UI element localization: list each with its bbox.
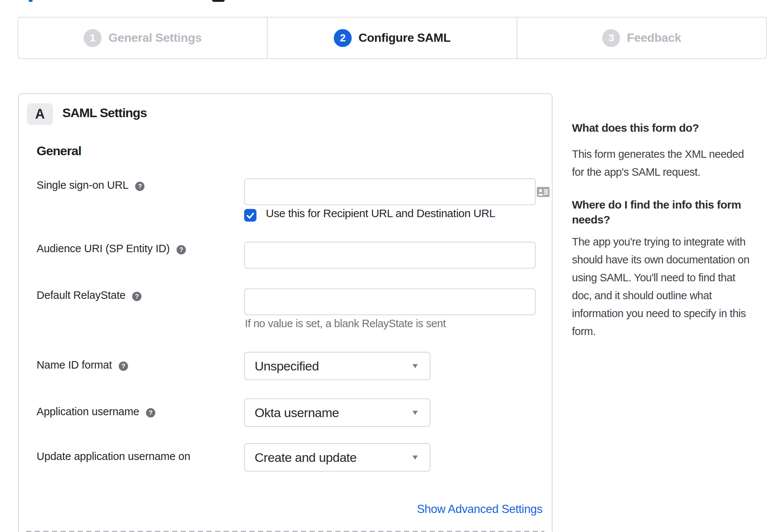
recipient-url-checkbox-label: Use this for Recipient URL and Destinati… — [266, 207, 495, 220]
dropdown-arrow-icon — [413, 456, 418, 460]
section-title: SAML Settings — [62, 106, 147, 120]
section-badge: A — [27, 103, 53, 125]
step-general-settings: 1 General Settings — [18, 18, 267, 58]
relay-state-label: Default RelayState? — [37, 289, 141, 301]
sidebar-paragraph-2: The app you're trying to integrate with … — [572, 233, 775, 340]
audience-uri-label: Audience URI (SP Entity ID)? — [37, 242, 186, 255]
application-username-select[interactable]: Okta username — [244, 398, 430, 427]
help-icon[interactable]: ? — [177, 245, 186, 254]
dropdown-arrow-icon — [413, 411, 418, 415]
recipient-url-checkbox[interactable] — [244, 209, 256, 222]
general-group-heading: General — [37, 144, 81, 158]
cutoff-dark-icon-fragment — [212, 0, 225, 2]
sso-url-input[interactable] — [244, 178, 536, 205]
help-icon[interactable]: ? — [119, 362, 128, 371]
sidebar-paragraph-1: This form generates the XML needed for t… — [572, 145, 775, 181]
help-icon[interactable]: ? — [135, 182, 144, 191]
step-2-circle: 2 — [334, 29, 352, 47]
step-3-label: Feedback — [627, 31, 681, 45]
relay-state-helper: If no value is set, a blank RelayState i… — [245, 317, 446, 330]
contact-card-icon[interactable] — [537, 187, 550, 197]
checkmark-icon — [246, 211, 255, 220]
audience-uri-input[interactable] — [244, 242, 536, 269]
step-configure-saml: 2 Configure SAML — [267, 18, 516, 58]
update-username-select[interactable]: Create and update — [244, 443, 430, 472]
step-1-circle: 1 — [84, 29, 102, 47]
sidebar-heading-2: Where do I find the info this form needs… — [572, 197, 775, 227]
step-3-circle: 3 — [602, 29, 620, 47]
application-username-label: Application username? — [37, 406, 155, 418]
step-feedback: 3 Feedback — [517, 18, 766, 58]
sso-url-label: Single sign-on URL? — [37, 179, 144, 191]
show-advanced-settings-link[interactable]: Show Advanced Settings — [417, 503, 542, 516]
relay-state-input[interactable] — [244, 288, 536, 315]
help-icon[interactable]: ? — [146, 408, 155, 417]
cutoff-blue-logo-fragment — [29, 0, 32, 2]
step-1-label: General Settings — [108, 31, 202, 45]
step-2-label: Configure SAML — [358, 31, 450, 45]
dropdown-arrow-icon — [413, 364, 418, 368]
name-id-format-select[interactable]: Unspecified — [244, 352, 430, 380]
update-username-label: Update application username on — [37, 450, 190, 463]
wizard-stepper: 1 General Settings 2 Configure SAML 3 Fe… — [18, 17, 767, 59]
name-id-format-label: Name ID format? — [37, 359, 128, 371]
help-icon[interactable]: ? — [132, 292, 141, 301]
saml-settings-card: A SAML Settings General Single sign-on U… — [18, 93, 553, 532]
sidebar-heading-1: What does this form do? — [572, 121, 775, 135]
help-sidebar: What does this form do? This form genera… — [572, 121, 775, 340]
